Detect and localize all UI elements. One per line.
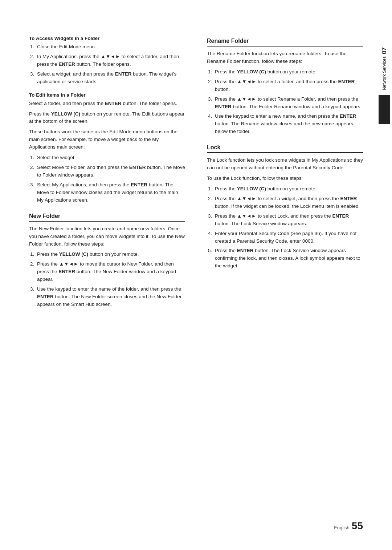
page-footer: English 55 xyxy=(334,520,363,532)
list-item: Press the YELLOW (C) button on your remo… xyxy=(213,68,363,76)
list-item: Press the ▲▼◄► to select Rename a Folder… xyxy=(213,96,363,111)
list-item: In My Applications, press the ▲▼◄► to se… xyxy=(36,53,185,68)
left-column: To Access Widgets in a Folder Close the … xyxy=(29,29,189,521)
list-item: Enter your Parental Security Code (See p… xyxy=(213,230,363,245)
lock-steps: Press the YELLOW (C) button on your remo… xyxy=(213,185,363,270)
right-column: Rename Folder The Rename Folder function… xyxy=(203,29,363,521)
lock-intro2: To use the Lock function, follow these s… xyxy=(207,175,363,182)
lock-intro1: The Lock function lets you lock some wid… xyxy=(207,157,363,172)
list-item: Press the ▲▼◄► to move the cursor to New… xyxy=(36,260,185,283)
rename-folder-section: Rename Folder The Rename Folder function… xyxy=(207,38,363,136)
access-widgets-steps: Close the Edit Mode menu. In My Applicat… xyxy=(36,43,185,86)
lock-section: Lock The Lock function lets you lock som… xyxy=(207,144,363,270)
list-item: Select Move to Folder, and then press th… xyxy=(36,164,185,179)
page-number: 55 xyxy=(352,520,363,532)
lock-heading: Lock xyxy=(207,144,363,153)
sidebar-accent-bar xyxy=(379,95,390,124)
rename-folder-heading: Rename Folder xyxy=(207,38,363,46)
new-folder-heading: New Folder xyxy=(29,213,185,222)
list-item: Use the keypad to enter a new name, and … xyxy=(213,113,363,136)
new-folder-intro: The New Folder function lets you create … xyxy=(29,225,185,248)
list-item: Select a widget, and then press the ENTE… xyxy=(36,70,185,86)
list-item: Press the ▲▼◄► to select Lock, and then … xyxy=(213,213,363,228)
list-item: Press the YELLOW (C) button on your remo… xyxy=(213,185,363,193)
list-item: Close the Edit Mode menu. xyxy=(36,43,185,51)
edit-items-para1: Select a folder, and then press the ENTE… xyxy=(29,100,185,108)
edit-items-steps: Select the widget. Select Move to Folder… xyxy=(36,154,185,204)
chapter-number: 07 xyxy=(381,47,388,54)
new-folder-section: New Folder The New Folder function lets … xyxy=(29,213,185,308)
edit-items-para3: These buttons work the same as the Edit … xyxy=(29,128,185,151)
edit-items-para2: Press the YELLOW (C) button on your remo… xyxy=(29,110,185,126)
list-item: Select My Applications, and then press t… xyxy=(36,181,185,204)
rename-folder-intro: The Rename Folder function lets you rena… xyxy=(207,50,363,65)
access-widgets-heading: To Access Widgets in a Folder xyxy=(29,36,185,41)
footer-text: English xyxy=(334,525,350,530)
new-folder-steps: Press the YELLOW (C) button on your remo… xyxy=(36,251,185,308)
rename-folder-steps: Press the YELLOW (C) button on your remo… xyxy=(213,68,363,136)
right-sidebar: 07 Network Services xyxy=(377,47,392,124)
access-widgets-section: To Access Widgets in a Folder Close the … xyxy=(29,36,185,86)
edit-items-section: To Edit Items in a Folder Select a folde… xyxy=(29,92,185,204)
list-item: Select the widget. xyxy=(36,154,185,162)
list-item: Press the ▲▼◄► to select a folder, and t… xyxy=(213,78,363,93)
list-item: Press the YELLOW (C) button on your remo… xyxy=(36,251,185,258)
list-item: Press the ENTER button. The Lock Service… xyxy=(213,247,363,270)
list-item: Use the keypad to enter the name of the … xyxy=(36,286,185,308)
chapter-title: Network Services xyxy=(382,56,387,90)
edit-items-heading: To Edit Items in a Folder xyxy=(29,92,185,98)
page: 07 Network Services To Access Widgets in… xyxy=(0,0,392,550)
list-item: Press the ▲▼◄► to select a widget, and t… xyxy=(213,195,363,210)
